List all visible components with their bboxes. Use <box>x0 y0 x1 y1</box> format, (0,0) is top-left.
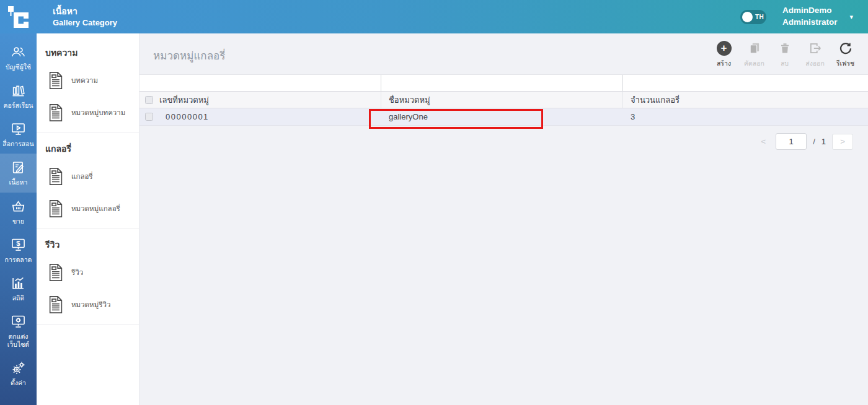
table-header-row: เลขที่หมวดหมู่ ชื่อหมวดหมู่ จำนวนแกลอรี่ <box>140 91 868 108</box>
subnav-item-reviews[interactable]: รีวิว <box>37 256 139 289</box>
chevron-down-icon[interactable]: ▾ <box>849 13 853 21</box>
section-title: รีวิว <box>37 235 139 256</box>
user-name: AdminDemo <box>782 5 838 17</box>
subnav-item-label: แกลอรี่ <box>71 171 93 182</box>
delete-button[interactable]: ลบ <box>769 40 800 69</box>
page-number-input[interactable] <box>776 133 807 150</box>
column-header-gallery-count: จำนวนแกลอรี่ <box>623 92 868 108</box>
next-page-button[interactable]: > <box>832 134 853 150</box>
select-all-checkbox[interactable] <box>145 96 153 104</box>
user-menu[interactable]: AdminDemo Administrator <box>782 5 838 28</box>
create-button[interactable]: + สร้าง <box>709 40 739 69</box>
sell-icon <box>10 198 27 215</box>
filter-input-category-name[interactable] <box>381 75 623 91</box>
marketing-icon: $ <box>10 237 27 253</box>
subnav-item-label: บทความ <box>71 75 98 86</box>
logo-icon <box>6 4 32 29</box>
module-title: เนื้อหา <box>53 6 117 17</box>
cell-category-number: 00000001 <box>166 112 209 121</box>
main-sidebar: บัญชีผู้ใช้ คอร์สเรียน สื่อการสอน เนื้อห… <box>0 33 37 405</box>
svg-text:$: $ <box>16 239 20 246</box>
refresh-icon <box>838 41 853 56</box>
trash-icon <box>779 42 791 54</box>
subnav-item-gallery[interactable]: แกลอรี่ <box>37 160 139 193</box>
content-icon <box>10 159 27 176</box>
filter-input-gallery-count[interactable] <box>623 75 868 91</box>
plus-icon: + <box>717 41 732 56</box>
sidebar-item-label: สถิติ <box>12 294 25 302</box>
language-label: TH <box>755 14 764 20</box>
sidebar-item-sell[interactable]: ขาย <box>0 193 37 231</box>
delete-label: ลบ <box>781 58 789 69</box>
page-subtitle: Gallery Category <box>53 17 117 28</box>
settings-icon <box>10 360 27 377</box>
section-title: แกลอรี่ <box>37 139 139 160</box>
sidebar-item-settings[interactable]: ตั้งค่า <box>0 354 37 393</box>
document-icon <box>46 70 65 91</box>
sidebar-item-label: ขาย <box>12 217 24 225</box>
subnav-section-articles: บทความ บทความ หมวดหมู่บทความ <box>37 37 139 133</box>
subnav-item-articles[interactable]: บทความ <box>37 64 139 97</box>
sidebar-item-courses[interactable]: คอร์สเรียน <box>0 77 37 115</box>
copy-label: คัดลอก <box>744 58 764 69</box>
document-icon <box>46 198 65 219</box>
export-button[interactable]: ส่งออก <box>800 40 830 69</box>
sidebar-item-label: เนื้อหา <box>9 178 28 186</box>
app-logo <box>0 0 37 33</box>
sidebar-item-marketing[interactable]: $ การตลาด <box>0 231 37 269</box>
subnav-item-label: รีวิว <box>71 267 83 278</box>
pagination: < / 1 > <box>140 126 868 150</box>
teaching-media-icon <box>10 121 27 137</box>
subnav-section-reviews: รีวิว รีวิว หมวดหมู่รีวิว <box>37 229 139 325</box>
subnav-item-gallery-categories[interactable]: หมวดหมู่แกลอรี่ <box>37 193 139 225</box>
prev-page-button[interactable]: < <box>758 134 770 149</box>
cell-category-name: galleryOne <box>381 108 623 125</box>
export-icon <box>808 41 822 55</box>
subnav-item-label: หมวดหมู่รีวิว <box>71 299 110 310</box>
language-toggle[interactable]: TH <box>740 10 766 24</box>
sidebar-item-label: บัญชีผู้ใช้ <box>6 63 31 71</box>
website-decor-icon <box>10 313 27 330</box>
refresh-button[interactable]: รีเฟรช <box>830 40 861 69</box>
page-separator: / <box>813 137 815 146</box>
sidebar-item-statistics[interactable]: สถิติ <box>0 269 37 308</box>
copy-icon <box>748 41 761 55</box>
document-icon <box>46 294 65 315</box>
subnav-item-review-categories[interactable]: หมวดหมู่รีวิว <box>37 289 139 321</box>
table-row[interactable]: 00000001 galleryOne 3 <box>140 108 868 126</box>
column-header-category-name: ชื่อหมวดหมู่ <box>381 92 623 108</box>
courses-icon <box>10 82 27 99</box>
sidebar-item-teaching-media[interactable]: สื่อการสอน <box>0 115 37 154</box>
toolbar: + สร้าง คัดลอก <box>709 40 861 69</box>
toggle-knob <box>742 12 753 22</box>
sidebar-item-label: ตกแต่งเว็บไซต์ <box>1 333 35 349</box>
refresh-label: รีเฟรช <box>836 58 854 69</box>
total-pages: 1 <box>822 137 826 146</box>
users-icon <box>10 44 27 61</box>
cell-gallery-count: 3 <box>623 108 868 125</box>
document-icon <box>46 166 65 187</box>
create-label: สร้าง <box>717 58 731 69</box>
sidebar-item-label: การตลาด <box>5 256 32 264</box>
gallery-category-table: เลขที่หมวดหมู่ ชื่อหมวดหมู่ จำนวนแกลอรี่… <box>140 74 868 126</box>
column-header-category-number: เลขที่หมวดหมู่ <box>159 94 209 107</box>
sidebar-item-label: คอร์สเรียน <box>4 102 33 110</box>
filter-row <box>140 74 868 91</box>
subnav-item-article-categories[interactable]: หมวดหมู่บทความ <box>37 97 139 129</box>
subnav-item-label: หมวดหมู่แกลอรี่ <box>71 203 120 214</box>
sidebar-item-content[interactable]: เนื้อหา <box>0 154 37 192</box>
page-header: หมวดหมู่แกลอรี่ + สร้าง คัดลอก <box>140 33 868 74</box>
sidebar-item-website-decoration[interactable]: ตกแต่งเว็บไซต์ <box>0 308 37 354</box>
filter-input-category-number[interactable] <box>140 75 381 91</box>
sidebar-item-label: สื่อการสอน <box>2 140 34 148</box>
page-breadcrumb: เนื้อหา Gallery Category <box>53 6 117 28</box>
subnav-item-label: หมวดหมู่บทความ <box>71 107 125 118</box>
user-role: Administrator <box>782 17 838 28</box>
sidebar-item-user-accounts[interactable]: บัญชีผู้ใช้ <box>0 38 37 77</box>
page-title: หมวดหมู่แกลอรี่ <box>153 47 225 64</box>
document-icon <box>46 102 65 123</box>
row-checkbox[interactable] <box>145 113 153 121</box>
export-label: ส่งออก <box>805 58 825 69</box>
statistics-icon <box>10 275 27 292</box>
copy-button[interactable]: คัดลอก <box>739 40 769 69</box>
